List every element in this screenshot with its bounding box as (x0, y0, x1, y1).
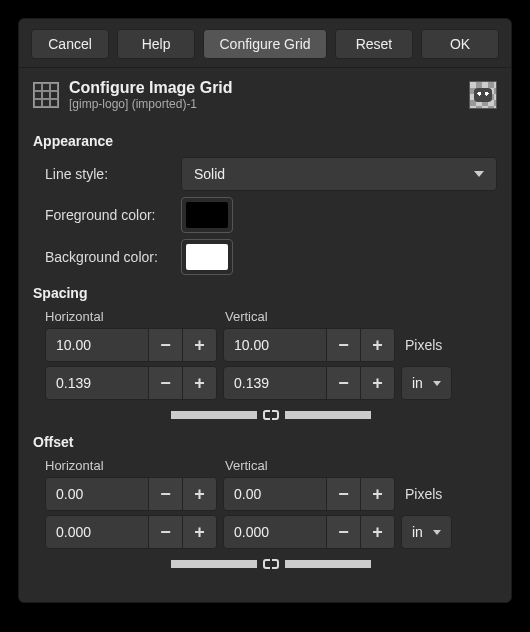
offset-vertical-header: Vertical (225, 458, 268, 473)
minus-icon[interactable]: − (148, 516, 182, 548)
spacing-link-bar (45, 406, 497, 424)
image-thumbnail (469, 81, 497, 109)
help-button[interactable]: Help (117, 29, 195, 59)
minus-icon[interactable]: − (148, 478, 182, 510)
offset-h-unit-spinner[interactable]: − + (45, 515, 217, 549)
spacing-vertical-header: Vertical (225, 309, 268, 324)
minus-icon[interactable]: − (326, 478, 360, 510)
minus-icon[interactable]: − (326, 516, 360, 548)
plus-icon[interactable]: + (360, 478, 394, 510)
plus-icon[interactable]: + (360, 516, 394, 548)
plus-icon[interactable]: + (182, 478, 216, 510)
offset-v-unit-input[interactable] (224, 516, 326, 548)
spacing-horizontal-header: Horizontal (45, 309, 225, 324)
reset-button[interactable]: Reset (335, 29, 413, 59)
spacing-v-px-input[interactable] (224, 329, 326, 361)
line-style-value: Solid (194, 166, 225, 182)
background-color-label: Background color: (45, 249, 173, 265)
minus-icon[interactable]: − (326, 329, 360, 361)
line-style-label: Line style: (45, 166, 173, 182)
chain-link-icon[interactable] (263, 410, 279, 420)
chain-link-icon[interactable] (263, 559, 279, 569)
minus-icon[interactable]: − (326, 367, 360, 399)
grid-icon (33, 82, 59, 108)
dialog-content: Appearance Line style: Solid Foreground … (19, 117, 511, 583)
spacing-px-unit: Pixels (405, 337, 442, 353)
chevron-down-icon (474, 171, 484, 177)
foreground-color-label: Foreground color: (45, 207, 173, 223)
plus-icon[interactable]: + (182, 367, 216, 399)
dialog-header: Configure Image Grid [gimp-logo] (import… (19, 68, 511, 117)
configure-grid-dialog: Cancel Help Configure Grid Reset OK Conf… (18, 18, 512, 603)
line-style-select[interactable]: Solid (181, 157, 497, 191)
minus-icon[interactable]: − (148, 367, 182, 399)
spacing-h-px-input[interactable] (46, 329, 148, 361)
dialog-title: Configure Image Grid (69, 78, 233, 97)
appearance-title: Appearance (33, 133, 497, 149)
spacing-h-unit-input[interactable] (46, 367, 148, 399)
offset-px-unit: Pixels (405, 486, 442, 502)
spacing-h-px-spinner[interactable]: − + (45, 328, 217, 362)
offset-h-unit-input[interactable] (46, 516, 148, 548)
plus-icon[interactable]: + (182, 516, 216, 548)
spacing-v-unit-spinner[interactable]: − + (223, 366, 395, 400)
plus-icon[interactable]: + (360, 329, 394, 361)
spacing-title: Spacing (33, 285, 497, 301)
link-line (171, 560, 257, 568)
foreground-color-button[interactable] (181, 197, 233, 233)
link-line (171, 411, 257, 419)
spacing-unit-select[interactable]: in (401, 366, 452, 400)
plus-icon[interactable]: + (360, 367, 394, 399)
cancel-button[interactable]: Cancel (31, 29, 109, 59)
header-text: Configure Image Grid [gimp-logo] (import… (69, 78, 233, 111)
offset-v-px-input[interactable] (224, 478, 326, 510)
background-color-button[interactable] (181, 239, 233, 275)
link-line (285, 560, 371, 568)
dialog-toolbar: Cancel Help Configure Grid Reset OK (19, 19, 511, 68)
offset-unit-select[interactable]: in (401, 515, 452, 549)
offset-title: Offset (33, 434, 497, 450)
configure-grid-button[interactable]: Configure Grid (203, 29, 327, 59)
spacing-v-px-spinner[interactable]: − + (223, 328, 395, 362)
offset-h-px-input[interactable] (46, 478, 148, 510)
foreground-color-swatch (186, 202, 228, 228)
background-color-swatch (186, 244, 228, 270)
spacing-h-unit-spinner[interactable]: − + (45, 366, 217, 400)
offset-link-bar (45, 555, 497, 573)
chevron-down-icon (433, 381, 441, 386)
spacing-v-unit-input[interactable] (224, 367, 326, 399)
plus-icon[interactable]: + (182, 329, 216, 361)
chevron-down-icon (433, 530, 441, 535)
ok-button[interactable]: OK (421, 29, 499, 59)
offset-horizontal-header: Horizontal (45, 458, 225, 473)
offset-v-unit-spinner[interactable]: − + (223, 515, 395, 549)
dialog-subtitle: [gimp-logo] (imported)-1 (69, 97, 233, 111)
offset-v-px-spinner[interactable]: − + (223, 477, 395, 511)
spacing-unit-value: in (412, 375, 423, 391)
offset-unit-value: in (412, 524, 423, 540)
link-line (285, 411, 371, 419)
offset-h-px-spinner[interactable]: − + (45, 477, 217, 511)
minus-icon[interactable]: − (148, 329, 182, 361)
